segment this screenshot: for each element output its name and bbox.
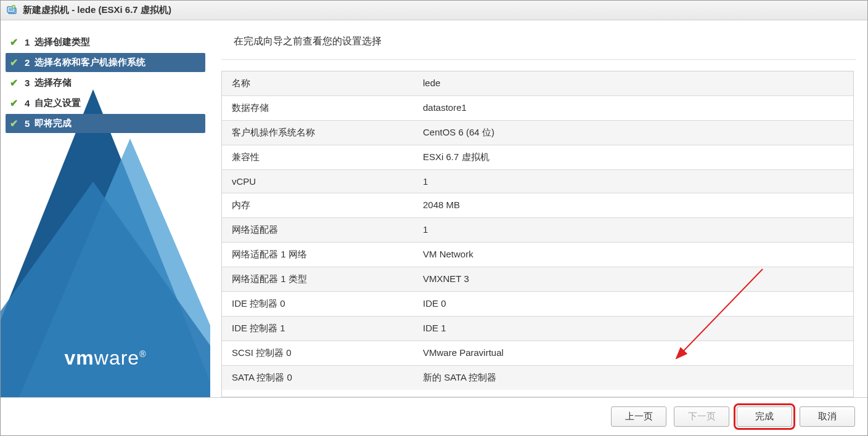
row-value: 2048 MB	[413, 193, 853, 217]
row-label: IDE 控制器 0	[222, 292, 413, 316]
next-button: 下一页	[674, 406, 729, 427]
row-label: 内存	[222, 193, 413, 217]
step-3[interactable]: ✔ 3 选择存储	[1, 73, 210, 92]
row-label: 客户机操作系统名称	[222, 121, 413, 145]
row-label: SATA 控制器 0	[222, 366, 413, 390]
table-row: 网络适配器 1 网络 VM Network	[222, 243, 853, 267]
step-label: 即将完成	[35, 118, 72, 129]
main-content: 在完成向导之前查看您的设置选择 名称 lede 数据存储 datastore1 …	[210, 20, 867, 397]
wizard-dialog: 新建虚拟机 - lede (ESXi 6.7 虚拟机) ✔ 1 选择创建类型 ✔…	[0, 0, 868, 436]
row-label: 网络适配器 1 类型	[222, 267, 413, 291]
row-value: VMXNET 3	[413, 267, 853, 291]
checkmark-icon: ✔	[10, 77, 20, 89]
back-button[interactable]: 上一页	[611, 406, 666, 427]
step-label: 选择名称和客户机操作系统	[35, 57, 145, 68]
dialog-footer: 上一页 下一页 完成 取消	[1, 397, 867, 435]
wizard-sidebar: ✔ 1 选择创建类型 ✔ 2 选择名称和客户机操作系统 ✔ 3 选择存储 ✔ 4	[1, 20, 210, 397]
row-label: 数据存储	[222, 96, 413, 120]
table-row: 兼容性 ESXi 6.7 虚拟机	[222, 145, 853, 170]
step-num: 5	[25, 118, 30, 129]
row-label: vCPU	[222, 170, 413, 193]
vmware-logo: vmware®	[1, 347, 210, 369]
step-label: 选择存储	[35, 77, 72, 89]
table-row: SCSI 控制器 0 VMware Paravirtual	[222, 341, 853, 366]
step-4[interactable]: ✔ 4 自定义设置	[1, 94, 210, 113]
row-label: 网络适配器	[222, 218, 413, 242]
checkmark-icon: ✔	[10, 118, 20, 129]
row-label: SCSI 控制器 0	[222, 341, 413, 365]
table-row: 网络适配器 1	[222, 218, 853, 243]
step-5[interactable]: ✔ 5 即将完成	[6, 114, 205, 133]
step-2[interactable]: ✔ 2 选择名称和客户机操作系统	[6, 53, 205, 72]
table-row: SATA 控制器 0 新的 SATA 控制器	[222, 366, 853, 390]
row-value: 1	[413, 170, 853, 193]
titlebar: 新建虚拟机 - lede (ESXi 6.7 虚拟机)	[1, 1, 867, 20]
row-value: IDE 1	[413, 317, 853, 341]
row-label: 网络适配器 1 网络	[222, 243, 413, 267]
step-num: 3	[25, 78, 30, 88]
step-1[interactable]: ✔ 1 选择创建类型	[1, 33, 210, 52]
row-label: 名称	[222, 71, 413, 95]
row-value: VMware Paravirtual	[413, 341, 853, 365]
table-row: 数据存储 datastore1	[222, 96, 853, 121]
finish-button[interactable]: 完成	[737, 406, 792, 427]
step-num: 4	[25, 98, 30, 108]
row-value: IDE 0	[413, 292, 853, 316]
row-value: lede	[413, 71, 853, 95]
table-row: 网络适配器 1 类型 VMXNET 3	[222, 267, 853, 292]
settings-table: 名称 lede 数据存储 datastore1 客户机操作系统名称 CentOS…	[221, 71, 854, 397]
titlebar-title: 新建虚拟机 - lede (ESXi 6.7 虚拟机)	[23, 4, 171, 16]
row-value: CentOS 6 (64 位)	[413, 121, 853, 145]
checkmark-icon: ✔	[10, 36, 20, 48]
checkmark-icon: ✔	[10, 97, 20, 109]
cancel-button[interactable]: 取消	[800, 406, 855, 427]
table-row: 客户机操作系统名称 CentOS 6 (64 位)	[222, 121, 853, 145]
svg-rect-2	[9, 8, 14, 11]
table-row: vCPU 1	[222, 170, 853, 193]
main-header: 在完成向导之前查看您的设置选择	[221, 20, 856, 60]
row-value: 新的 SATA 控制器	[413, 366, 853, 390]
row-value: ESXi 6.7 虚拟机	[413, 145, 853, 169]
step-num: 1	[25, 37, 30, 47]
vm-icon	[7, 5, 18, 16]
row-value: VM Network	[413, 243, 853, 267]
table-row: 名称 lede	[222, 71, 853, 96]
checkmark-icon: ✔	[10, 57, 20, 68]
dialog-body: ✔ 1 选择创建类型 ✔ 2 选择名称和客户机操作系统 ✔ 3 选择存储 ✔ 4	[1, 20, 867, 397]
table-row: IDE 控制器 0 IDE 0	[222, 292, 853, 317]
table-row: IDE 控制器 1 IDE 1	[222, 317, 853, 341]
row-value: datastore1	[413, 96, 853, 120]
step-label: 自定义设置	[35, 97, 81, 109]
row-value: 1	[413, 218, 853, 242]
table-row: 内存 2048 MB	[222, 193, 853, 218]
step-num: 2	[25, 57, 30, 68]
step-list: ✔ 1 选择创建类型 ✔ 2 选择名称和客户机操作系统 ✔ 3 选择存储 ✔ 4	[1, 20, 210, 147]
row-label: IDE 控制器 1	[222, 317, 413, 341]
step-label: 选择创建类型	[35, 36, 90, 48]
row-label: 兼容性	[222, 145, 413, 169]
